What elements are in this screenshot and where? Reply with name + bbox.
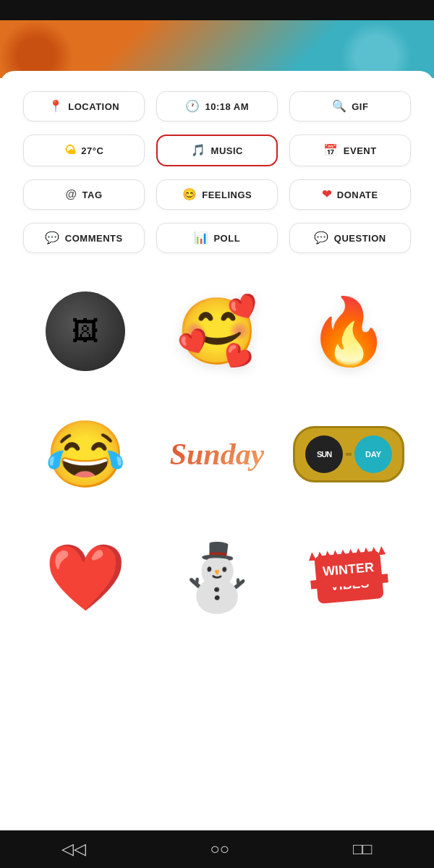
- sticker-winter-vibes[interactable]: WINTERVIBES: [286, 519, 411, 635]
- donate-icon: ❤: [322, 189, 332, 200]
- glass-bridge: [346, 453, 352, 456]
- status-bar: [0, 0, 434, 20]
- question-button[interactable]: 💬 QUESTION: [289, 223, 411, 253]
- tag-label: TAG: [82, 190, 103, 200]
- gif-icon: 🔍: [332, 101, 347, 112]
- gif-label: GIF: [352, 101, 368, 112]
- question-label: QUESTION: [334, 233, 386, 244]
- sticker-laugh[interactable]: 😂: [23, 396, 148, 512]
- recent-apps-button[interactable]: □: [353, 840, 373, 859]
- poll-button[interactable]: 📊 POLL: [156, 223, 278, 253]
- header-image: [0, 20, 434, 78]
- event-label: EVENT: [344, 145, 377, 156]
- sticker-sunday-glasses[interactable]: SUN DAY: [286, 396, 411, 512]
- navigation-bar: ◁ ○ □: [0, 830, 434, 868]
- sticker-photo[interactable]: [23, 273, 148, 389]
- location-label: LOCATION: [68, 101, 119, 112]
- sticker-heart[interactable]: 🥰: [155, 273, 279, 389]
- donate-button[interactable]: ❤ DONATE: [289, 179, 411, 210]
- red-heart-sticker-emoji: ❤️: [45, 545, 126, 610]
- feelings-button[interactable]: 😊 FEELINGS: [156, 179, 278, 210]
- time-label: 10:18 AM: [205, 101, 249, 112]
- home-button[interactable]: ○: [210, 840, 229, 859]
- temp-icon: 🌤: [64, 145, 77, 156]
- sticker-sunday-text[interactable]: Sunday: [155, 396, 279, 512]
- back-button[interactable]: ◁: [61, 840, 86, 859]
- time-icon: 🕐: [185, 101, 200, 112]
- music-label: MUSIC: [211, 145, 243, 156]
- time-button[interactable]: 🕐 10:18 AM: [156, 91, 278, 122]
- location-icon: 📍: [48, 101, 64, 112]
- snowman-sticker-emoji: ⛄: [176, 545, 258, 610]
- sticker-fire[interactable]: 🔥: [286, 273, 411, 389]
- comments-icon: 💬: [45, 232, 60, 244]
- donate-label: DONATE: [337, 190, 378, 200]
- event-button[interactable]: 📅 EVENT: [289, 135, 411, 166]
- feelings-icon: 😊: [182, 189, 197, 200]
- sticker-grid: 🥰 🔥 😂 Sunday SUN DAY ❤️ ⛄: [23, 273, 411, 635]
- glass-right: DAY: [354, 435, 392, 473]
- glass-left: SUN: [305, 435, 343, 473]
- sticker-button-grid: 📍 LOCATION 🕐 10:18 AM 🔍 GIF 🌤 27°C 🎵 MUS…: [23, 91, 411, 253]
- sticker-snowman[interactable]: ⛄: [155, 519, 279, 635]
- music-button[interactable]: 🎵 MUSIC: [156, 135, 278, 166]
- heart-sticker-emoji: 🥰: [176, 299, 258, 364]
- sunday-glasses-sticker: SUN DAY: [293, 426, 404, 482]
- sticker-red-heart[interactable]: ❤️: [23, 519, 148, 635]
- sunday-text-sticker: Sunday: [170, 437, 265, 472]
- music-icon: 🎵: [191, 145, 206, 156]
- event-icon: 📅: [323, 145, 339, 156]
- question-icon: 💬: [314, 232, 329, 244]
- laugh-sticker-emoji: 😂: [45, 422, 126, 487]
- temp-label: 27°C: [81, 145, 103, 156]
- gif-button[interactable]: 🔍 GIF: [289, 91, 411, 122]
- temp-button[interactable]: 🌤 27°C: [23, 135, 145, 166]
- poll-icon: 📊: [194, 232, 209, 244]
- comments-label: COMMENTS: [65, 233, 123, 244]
- feelings-label: FEELINGS: [202, 190, 252, 200]
- main-card: 📍 LOCATION 🕐 10:18 AM 🔍 GIF 🌤 27°C 🎵 MUS…: [0, 71, 434, 655]
- comments-button[interactable]: 💬 COMMENTS: [23, 223, 145, 253]
- poll-label: POLL: [213, 233, 240, 244]
- tag-button[interactable]: @ TAG: [23, 179, 145, 210]
- photo-sticker-image: [46, 292, 125, 371]
- location-button[interactable]: 📍 LOCATION: [23, 91, 145, 122]
- tag-icon: @: [65, 189, 77, 200]
- fire-sticker-emoji: 🔥: [308, 299, 389, 364]
- winter-vibes-sticker: WINTERVIBES: [314, 550, 383, 604]
